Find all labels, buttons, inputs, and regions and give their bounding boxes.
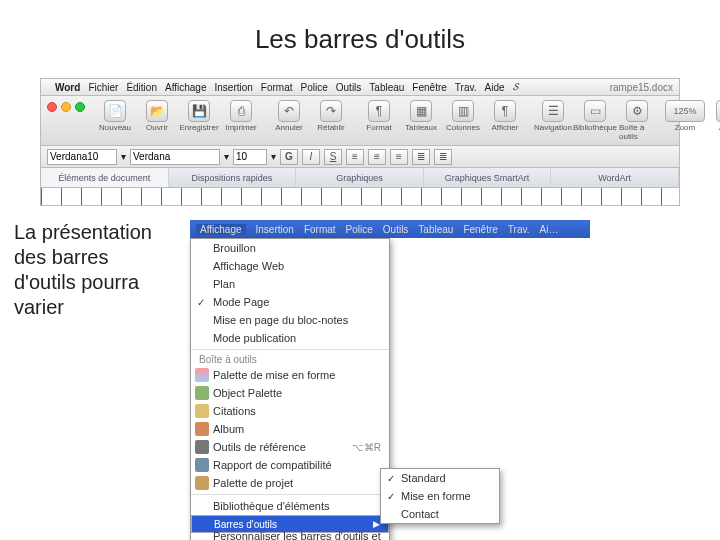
dd-page[interactable]: ✓Mode Page [191,293,389,311]
sub-standard[interactable]: ✓Standard [381,469,499,487]
zoom-icon[interactable] [75,102,85,112]
align-right-button[interactable]: ≡ [390,149,408,165]
numbering-button[interactable]: ≣ [434,149,452,165]
bold-button[interactable]: G [280,149,298,165]
open-button[interactable]: 📂Ouvrir [139,100,175,132]
palette-icon [195,368,209,382]
formatting-toolbar: ▾ ▾ ▾ G I S ≡ ≡ ≡ ≣ ≣ [40,146,680,168]
library-button[interactable]: ▭Bibliothèque [577,100,613,132]
toolbox-button[interactable]: ⚙Boîte à outils [619,100,655,141]
print-button[interactable]: ⎙Imprimer [223,100,259,132]
dd-projet[interactable]: Palette de projet [191,474,389,492]
align-left-button[interactable]: ≡ [346,149,364,165]
dd-album[interactable]: Album [191,420,389,438]
submenu-arrow-icon: ▶ [373,519,380,529]
mac-menubar: Word Fichier Édition Affichage Insertion… [40,78,680,96]
zoom-select[interactable]: 125%Zoom [667,100,703,132]
bullets-button[interactable]: ≣ [412,149,430,165]
slide-title: Les barres d'outils [0,24,720,55]
menu-word[interactable]: Word [55,82,80,93]
font-select[interactable] [130,149,220,165]
save-button[interactable]: 💾Enregistrer [181,100,217,132]
menu-insertion[interactable]: Insertion [214,82,252,93]
dd-plan[interactable]: Plan [191,275,389,293]
nav-button[interactable]: ☰Navigation [535,100,571,132]
check-icon: ✓ [197,297,205,308]
menu2-affichage[interactable]: Affichage [196,224,246,235]
menu-edition[interactable]: Édition [126,82,157,93]
menu2-tableau[interactable]: Tableau [418,224,453,235]
standard-toolbar: 📄Nouveau 📂Ouvrir 💾Enregistrer ⎙Imprimer … [40,96,680,146]
redo-button[interactable]: ↷Rétablir [313,100,349,132]
tables-button[interactable]: ▦Tableaux [403,100,439,132]
sub-mise-en-forme[interactable]: ✓Mise en forme [381,487,499,505]
dd-web[interactable]: Affichage Web [191,257,389,275]
columns-button[interactable]: ▥Colonnes [445,100,481,132]
close-icon[interactable] [47,102,57,112]
style-select[interactable] [47,149,117,165]
menu-format[interactable]: Format [261,82,293,93]
dd-compat[interactable]: Rapport de compatibilité [191,456,389,474]
dd-pub[interactable]: Mode publication [191,329,389,347]
menu-police[interactable]: Police [301,82,328,93]
album-icon [195,422,209,436]
script-icon[interactable]: 𝓢 [513,81,519,93]
menubar-2: Affichage Insertion Format Police Outils… [190,220,590,238]
citations-icon [195,404,209,418]
menu-outils[interactable]: Outils [336,82,362,93]
menu-trav[interactable]: Trav. [455,82,477,93]
dd-brouillon[interactable]: Brouillon [191,239,389,257]
check-icon: ✓ [387,473,395,484]
project-icon [195,476,209,490]
dd-notes[interactable]: Mise en page du bloc-notes [191,311,389,329]
dd-toolbox-head: Boîte à outils [191,352,389,366]
new-button[interactable]: 📄Nouveau [97,100,133,132]
menu2-trav[interactable]: Trav. [508,224,530,235]
tab-layouts[interactable]: Dispositions rapides [169,168,297,187]
menu-fenetre[interactable]: Fenêtre [412,82,446,93]
dd-biblio[interactable]: Bibliothèque d'éléments [191,497,389,515]
menu2-fenetre[interactable]: Fenêtre [463,224,497,235]
barres-outils-submenu: ✓Standard ✓Mise en forme Contact [380,468,500,524]
underline-button[interactable]: S [324,149,342,165]
size-select[interactable] [233,149,267,165]
window-controls[interactable] [47,102,85,112]
reference-icon [195,440,209,454]
tab-smartart[interactable]: Graphiques SmartArt [424,168,552,187]
menu2-format[interactable]: Format [304,224,336,235]
tab-charts[interactable]: Graphiques [296,168,424,187]
dd-citations[interactable]: Citations [191,402,389,420]
menu2-police[interactable]: Police [346,224,373,235]
elements-tabstrip: Éléments de document Dispositions rapide… [40,168,680,188]
tab-elements[interactable]: Éléments de document [41,168,169,187]
check-icon: ✓ [387,491,395,502]
compat-icon [195,458,209,472]
sub-contact[interactable]: Contact [381,505,499,523]
affichage-dropdown: Brouillon Affichage Web Plan ✓Mode Page … [190,238,390,540]
menu2-insertion[interactable]: Insertion [256,224,294,235]
dd-reference[interactable]: Outils de référence⌥⌘R [191,438,389,456]
tab-wordart[interactable]: WordArt [551,168,679,187]
italic-button[interactable]: I [302,149,320,165]
menu-affichage[interactable]: Affichage [165,82,207,93]
dd-personnaliser[interactable]: Personnaliser les barres d'outils et les… [191,533,389,540]
show-button[interactable]: ¶Afficher [487,100,523,132]
undo-button[interactable]: ↶Annuler [271,100,307,132]
doc-title: rampe15.docx [610,82,673,93]
help-button[interactable]: ?Aide [709,100,720,132]
menu-tableau[interactable]: Tableau [369,82,404,93]
menu2-outils[interactable]: Outils [383,224,409,235]
dd-palette-mise[interactable]: Palette de mise en forme [191,366,389,384]
format-button[interactable]: ¶Format [361,100,397,132]
menu-aide[interactable]: Aide [485,82,505,93]
menu-fichier[interactable]: Fichier [88,82,118,93]
object-icon [195,386,209,400]
side-caption: La présentation des barres d'outils pour… [14,220,164,320]
ruler[interactable] [40,188,680,206]
minimize-icon[interactable] [61,102,71,112]
align-center-button[interactable]: ≡ [368,149,386,165]
menu2-aide[interactable]: Ai… [540,224,559,235]
dd-object-palette[interactable]: Object Palette [191,384,389,402]
